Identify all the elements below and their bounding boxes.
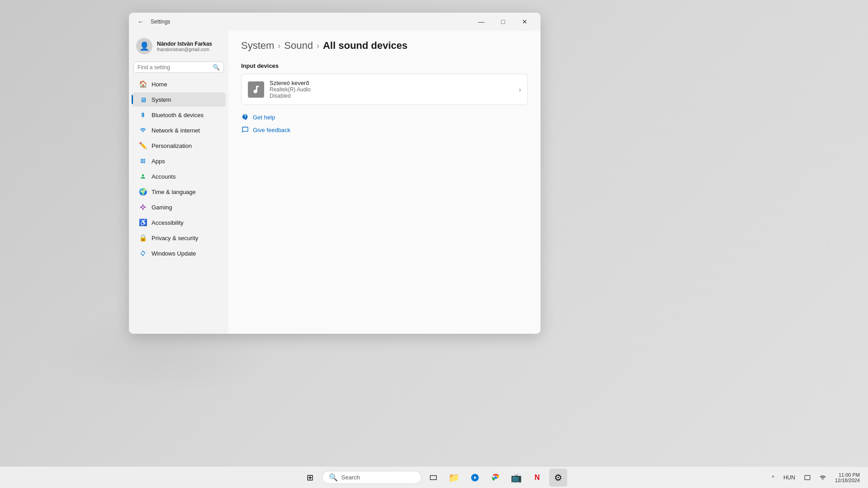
title-bar-controls: — □ ✕ bbox=[471, 14, 535, 29]
breadcrumb-sep-2: › bbox=[317, 41, 319, 51]
maximize-button[interactable]: □ bbox=[493, 14, 513, 29]
section-title-input: Input devices bbox=[241, 62, 528, 69]
user-email: fnandoristvan@gmail.com bbox=[157, 47, 212, 52]
nav-label-network: Network & internet bbox=[152, 127, 200, 134]
nav-label-accounts: Accounts bbox=[152, 173, 175, 180]
give-feedback-label: Give feedback bbox=[253, 127, 290, 133]
nav-label-personalization: Personalization bbox=[152, 142, 192, 149]
device-sub1-stereo: Realtek(R) Audio bbox=[270, 86, 519, 93]
chevron-up-icon: ^ bbox=[772, 474, 774, 481]
title-bar-left: ← Settings bbox=[134, 15, 170, 28]
window-title: Settings bbox=[151, 19, 170, 25]
avatar: 👤 bbox=[136, 38, 152, 54]
device-chevron-icon: › bbox=[519, 86, 521, 93]
nav-label-time: Time & language bbox=[152, 189, 196, 195]
breadcrumb-system[interactable]: System bbox=[241, 40, 274, 52]
nav-label-apps: Apps bbox=[152, 158, 165, 165]
give-feedback-link[interactable]: Give feedback bbox=[241, 126, 528, 134]
main-content: System › Sound › All sound devices Input… bbox=[228, 31, 541, 334]
give-feedback-icon bbox=[241, 126, 249, 134]
nav-item-privacy[interactable]: 🔒 Privacy & security bbox=[132, 231, 226, 245]
apps-icon bbox=[139, 157, 147, 165]
nav-label-privacy: Privacy & security bbox=[152, 235, 198, 242]
accounts-icon bbox=[139, 172, 147, 180]
taskbar-right: ^ HUN 11:00 PM 12/18/2024 bbox=[769, 471, 863, 484]
window-body: 👤 Nándor István Farkas fnandoristvan@gma… bbox=[129, 31, 541, 334]
device-sub2-stereo: Disabled bbox=[270, 93, 519, 99]
privacy-icon: 🔒 bbox=[139, 234, 147, 242]
taskbar-search-box[interactable]: 🔍 Search bbox=[322, 471, 422, 484]
user-name: Nándor István Farkas bbox=[157, 41, 212, 47]
nav-item-accounts[interactable]: Accounts bbox=[132, 169, 226, 184]
network-icon bbox=[139, 126, 147, 134]
system-tray-icons[interactable]: ^ bbox=[769, 473, 777, 483]
network-tray-icon[interactable] bbox=[817, 473, 829, 483]
nav-label-bluetooth: Bluetooth & devices bbox=[152, 112, 204, 118]
accessibility-icon: ♿ bbox=[139, 218, 147, 227]
nav-item-time[interactable]: 🌍 Time & language bbox=[132, 185, 226, 199]
search-icon: 🔍 bbox=[213, 64, 220, 71]
user-profile[interactable]: 👤 Nándor István Farkas fnandoristvan@gma… bbox=[129, 34, 228, 62]
edge-button[interactable] bbox=[466, 469, 484, 487]
taskbar-center: ⊞ 🔍 Search 📁 📺 bbox=[301, 469, 567, 487]
back-icon: ← bbox=[138, 18, 144, 25]
breadcrumb: System › Sound › All sound devices bbox=[241, 40, 528, 52]
lang-label: HUN bbox=[783, 474, 795, 481]
start-button[interactable]: ⊞ bbox=[301, 469, 319, 487]
display-icon-tray[interactable] bbox=[802, 473, 813, 483]
nav-label-accessibility: Accessibility bbox=[152, 219, 184, 226]
lang-indicator[interactable]: HUN bbox=[781, 473, 798, 483]
home-icon: 🏠 bbox=[139, 80, 147, 88]
nav-item-network[interactable]: Network & internet bbox=[132, 123, 226, 137]
nav-item-accessibility[interactable]: ♿ Accessibility bbox=[132, 215, 226, 230]
task-view-button[interactable] bbox=[424, 469, 442, 487]
title-bar: ← Settings — □ ✕ bbox=[129, 13, 541, 31]
nav-label-home: Home bbox=[152, 81, 167, 88]
system-icon: 🖥 bbox=[139, 95, 147, 104]
breadcrumb-sep-1: › bbox=[278, 41, 280, 51]
taskbar-settings-button[interactable]: ⚙ bbox=[549, 469, 567, 487]
help-links: Get help Give feedback bbox=[241, 113, 528, 134]
nav-item-personalization[interactable]: ✏️ Personalization bbox=[132, 138, 226, 153]
tv-app-button[interactable]: 📺 bbox=[508, 469, 526, 487]
nav-item-apps[interactable]: Apps bbox=[132, 154, 226, 168]
nav-item-system[interactable]: 🖥 System bbox=[132, 92, 226, 107]
device-info-stereo: Sztereó keverő Realtek(R) Audio Disabled bbox=[270, 80, 519, 99]
clock-date: 12/18/2024 bbox=[835, 478, 860, 483]
chrome-button[interactable] bbox=[487, 469, 505, 487]
gaming-icon bbox=[139, 203, 147, 211]
clock-widget[interactable]: 11:00 PM 12/18/2024 bbox=[832, 471, 863, 484]
netflix-button[interactable]: N bbox=[528, 469, 546, 487]
nav-item-bluetooth[interactable]: Bluetooth & devices bbox=[132, 108, 226, 122]
desktop: ← Settings — □ ✕ 👤 Nándor Istv bbox=[0, 0, 868, 488]
nav-item-update[interactable]: Windows Update bbox=[132, 246, 226, 261]
nav-label-system: System bbox=[152, 96, 171, 103]
settings-window: ← Settings — □ ✕ 👤 Nándor Istv bbox=[129, 13, 541, 334]
get-help-link[interactable]: Get help bbox=[241, 113, 528, 121]
sidebar: 👤 Nándor István Farkas fnandoristvan@gma… bbox=[129, 31, 228, 334]
device-card-stereo-mixer[interactable]: Sztereó keverő Realtek(R) Audio Disabled… bbox=[241, 74, 528, 105]
avatar-icon: 👤 bbox=[139, 41, 149, 51]
get-help-icon bbox=[241, 113, 249, 121]
back-button[interactable]: ← bbox=[134, 15, 147, 28]
get-help-label: Get help bbox=[253, 114, 275, 121]
device-icon-stereo bbox=[248, 81, 264, 98]
nav-label-update: Windows Update bbox=[152, 250, 196, 257]
clock-time: 11:00 PM bbox=[839, 472, 860, 478]
user-info: Nándor István Farkas fnandoristvan@gmail… bbox=[157, 41, 212, 52]
time-icon: 🌍 bbox=[139, 188, 147, 196]
sidebar-search-box[interactable]: 🔍 bbox=[133, 62, 224, 73]
sidebar-search-input[interactable] bbox=[138, 64, 210, 71]
minimize-button[interactable]: — bbox=[471, 14, 492, 29]
taskbar: ⊞ 🔍 Search 📁 📺 bbox=[0, 466, 868, 488]
breadcrumb-sound[interactable]: Sound bbox=[284, 40, 313, 52]
nav-item-gaming[interactable]: Gaming bbox=[132, 200, 226, 214]
update-icon bbox=[139, 249, 147, 257]
nav-label-gaming: Gaming bbox=[152, 204, 172, 211]
personalization-icon: ✏️ bbox=[139, 142, 147, 150]
breadcrumb-current: All sound devices bbox=[323, 40, 408, 52]
bluetooth-icon bbox=[139, 111, 147, 119]
file-explorer-button[interactable]: 📁 bbox=[445, 469, 463, 487]
close-button[interactable]: ✕ bbox=[514, 14, 535, 29]
nav-item-home[interactable]: 🏠 Home bbox=[132, 77, 226, 91]
